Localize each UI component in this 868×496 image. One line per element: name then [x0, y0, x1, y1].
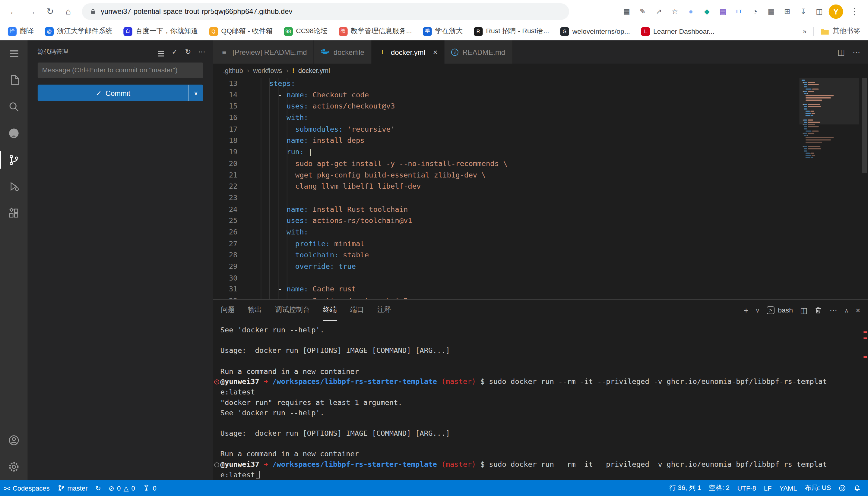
breadcrumb-folder[interactable]: .github — [223, 67, 243, 75]
tab-docker-yml[interactable]: !docker.yml× — [372, 41, 445, 64]
tab-groups-icon[interactable]: ▦ — [764, 4, 778, 19]
bookmark-item[interactable]: 译翻译 — [8, 27, 34, 36]
split-editor-icon[interactable]: ◫ — [838, 48, 845, 56]
bookmarks-overflow-icon[interactable]: » — [803, 27, 807, 35]
tab-readme[interactable]: iREADME.md — [445, 41, 512, 64]
bookmark-item[interactable]: QQQ邮箱 - 收件箱 — [209, 27, 273, 36]
panel-tab-output[interactable]: 输出 — [248, 300, 262, 321]
indent-indicator[interactable]: 空格: 2 — [705, 480, 733, 496]
breadcrumb-folder[interactable]: workflows — [253, 67, 282, 75]
bookmark-media-icon[interactable]: ▤ — [619, 4, 634, 19]
panel-tab-ports[interactable]: 端口 — [350, 300, 364, 321]
commit-message-input[interactable] — [38, 62, 203, 78]
extensions-icon[interactable] — [0, 200, 28, 226]
bookmark-item[interactable]: 98CC98论坛 — [284, 27, 328, 36]
tab-dockerfile[interactable]: dockerfile — [314, 41, 371, 64]
more-actions-icon[interactable]: ⋯ — [198, 47, 205, 56]
close-panel-icon[interactable]: × — [856, 306, 860, 314]
line-number: 21 — [213, 170, 238, 181]
close-tab-icon[interactable]: × — [433, 48, 438, 56]
source-control-icon[interactable] — [0, 146, 28, 173]
bookmark-label: weloveinterns/op... — [572, 27, 630, 35]
ports-indicator[interactable]: 0 — [139, 480, 161, 496]
forward-icon[interactable]: → — [25, 4, 40, 19]
panel-tab-terminal[interactable]: 终端 — [323, 300, 337, 321]
eol-indicator[interactable]: LF — [760, 480, 775, 496]
reload-icon[interactable]: ↻ — [43, 4, 58, 19]
search-icon[interactable] — [0, 93, 28, 120]
menu-icon[interactable] — [0, 41, 28, 67]
downloads-icon[interactable]: ↧ — [796, 4, 810, 19]
readme-info-icon: i — [451, 48, 459, 56]
reading-list-icon[interactable]: ▤ — [716, 4, 730, 19]
settings-gear-icon[interactable] — [0, 453, 28, 480]
panel-tab-debug-console[interactable]: 调试控制台 — [275, 300, 310, 321]
codespaces-remote-button[interactable]: >< Codespaces — [0, 480, 54, 496]
code-line: submodules: 'recursive' — [252, 124, 795, 135]
bookmark-item[interactable]: Gweloveinterns/op... — [560, 27, 630, 35]
share-icon[interactable]: ↗ — [652, 4, 666, 19]
line-numbers: 1314151617181920212223242526272829303132 — [213, 78, 238, 299]
bookmark-item[interactable]: RRust 招聘 - Rust语... — [474, 27, 549, 36]
terminal-line: See 'docker run --help'. — [221, 325, 868, 336]
breadcrumb-file[interactable]: docker.yml — [298, 67, 330, 75]
bookmark-item[interactable]: 百百度一下，你就知道 — [123, 27, 198, 36]
code-editor[interactable]: 1314151617181920212223242526272829303132… — [213, 78, 868, 299]
split-terminal-icon[interactable]: ◫ — [800, 306, 807, 314]
yaml-warning-icon: ! — [378, 48, 387, 56]
terminal-line: @yunwei37 ➜ /workspaces/libbpf-rs-starte… — [221, 460, 868, 470]
sync-button[interactable]: ↻ — [91, 480, 105, 496]
panel-tab-problems[interactable]: 问题 — [221, 300, 235, 321]
view-as-list-icon[interactable] — [158, 47, 165, 56]
commit-button[interactable]: ✓ Commit ∨ — [38, 85, 203, 101]
terminal-profile-chevron-icon[interactable]: ∨ — [755, 307, 760, 313]
bookmark-item[interactable]: 学学在浙大 — [423, 27, 463, 36]
other-bookmarks-button[interactable]: 其他书签 — [820, 27, 860, 36]
extensions-puzzle-icon[interactable]: ⊞ — [780, 4, 794, 19]
back-icon[interactable]: ← — [6, 4, 21, 19]
shield-extension-icon[interactable]: ◆ — [700, 4, 714, 19]
errors-icon: ⊘ — [108, 484, 114, 492]
account-icon[interactable] — [0, 427, 28, 453]
tab-preview-readme[interactable]: ≡[Preview] README.md — [213, 41, 314, 64]
panel-tab-comments[interactable]: 注释 — [377, 300, 391, 321]
split-screen-icon[interactable]: ◫ — [812, 4, 827, 19]
writing-tool-icon[interactable]: ◔ — [748, 4, 762, 19]
commit-dropdown-chevron[interactable]: ∨ — [189, 85, 203, 101]
terminal-picker[interactable]: > bash — [767, 307, 793, 314]
tab-label: docker.yml — [391, 48, 425, 56]
notifications-button[interactable] — [850, 480, 865, 496]
feedback-button[interactable] — [835, 480, 850, 496]
new-terminal-icon[interactable]: + — [744, 306, 748, 314]
editor-scrollbar[interactable] — [860, 78, 868, 299]
branch-indicator[interactable]: master — [54, 480, 91, 496]
explorer-icon[interactable] — [0, 67, 28, 93]
layout-indicator[interactable]: 布局: US — [801, 480, 835, 496]
editor-more-icon[interactable]: ⋯ — [853, 48, 860, 56]
bookmark-item[interactable]: @浙江大学邮件系统 — [45, 27, 113, 36]
language-indicator[interactable]: YAML — [775, 480, 801, 496]
browser-essentials-icon[interactable]: ● — [684, 4, 698, 19]
home-icon[interactable]: ⌂ — [61, 4, 76, 19]
encoding-indicator[interactable]: UTF-8 — [733, 480, 760, 496]
address-bar[interactable]: yunwei37-potential-space-trout-rpr5qwj66… — [82, 3, 569, 19]
run-debug-icon[interactable] — [0, 173, 28, 200]
bookmark-item[interactable]: 教教学管理信息服务... — [339, 27, 412, 36]
languagetool-icon[interactable]: LT — [732, 4, 746, 19]
refresh-icon[interactable]: ↻ — [185, 47, 191, 56]
favorites-star-icon[interactable]: ☆ — [668, 4, 682, 19]
minimap[interactable] — [799, 80, 859, 161]
kill-terminal-icon[interactable] — [814, 307, 822, 314]
breadcrumb[interactable]: .github › workflows › ! docker.yml — [213, 64, 868, 78]
profile-avatar[interactable]: Y — [829, 4, 843, 19]
line-col-indicator[interactable]: 行 36, 列 1 — [665, 480, 705, 496]
problems-indicator[interactable]: ⊘ 0 △ 0 — [105, 480, 139, 496]
terminal-content[interactable]: See 'docker run --help'. Usage: docker r… — [213, 321, 868, 480]
maximize-panel-icon[interactable]: ∧ — [844, 307, 848, 313]
panel-more-icon[interactable]: ⋯ — [829, 306, 837, 314]
bookmark-item[interactable]: LLearner Dashboar... — [641, 27, 715, 35]
browser-menu-icon[interactable]: ⋮ — [847, 4, 862, 19]
web-capture-icon[interactable]: ✎ — [635, 4, 650, 19]
commit-check-icon[interactable]: ✓ — [171, 47, 178, 56]
github-icon[interactable] — [0, 120, 28, 146]
